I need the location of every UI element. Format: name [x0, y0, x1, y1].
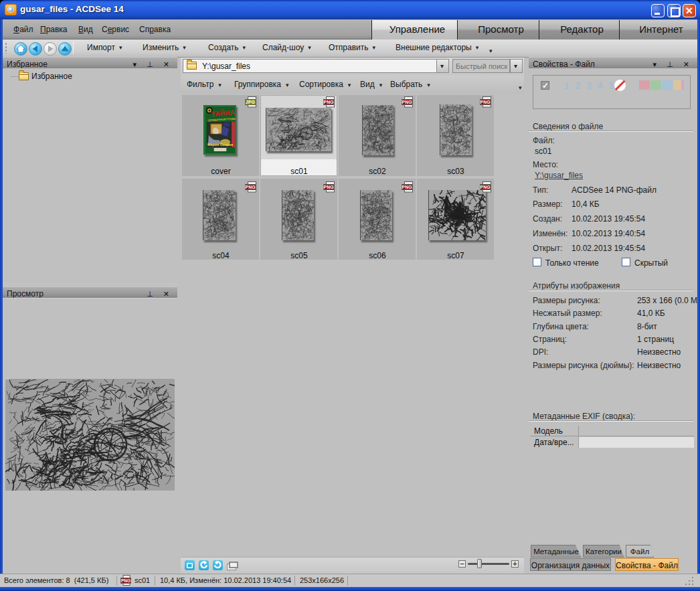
svg-text:PNG: PNG: [480, 185, 491, 189]
svg-text:PNG: PNG: [324, 185, 334, 189]
svg-text:JPG: JPG: [246, 100, 255, 104]
svg-text:Мария Сицкая: Мария Сицкая: [207, 143, 233, 147]
svg-text:PNG: PNG: [246, 185, 256, 189]
svg-text:PNG: PNG: [480, 100, 491, 104]
svg-text:PNG: PNG: [121, 578, 130, 583]
svg-text:PNG: PNG: [402, 185, 412, 189]
svg-text:PNG: PNG: [402, 100, 412, 104]
svg-text:PNG: PNG: [324, 100, 334, 104]
